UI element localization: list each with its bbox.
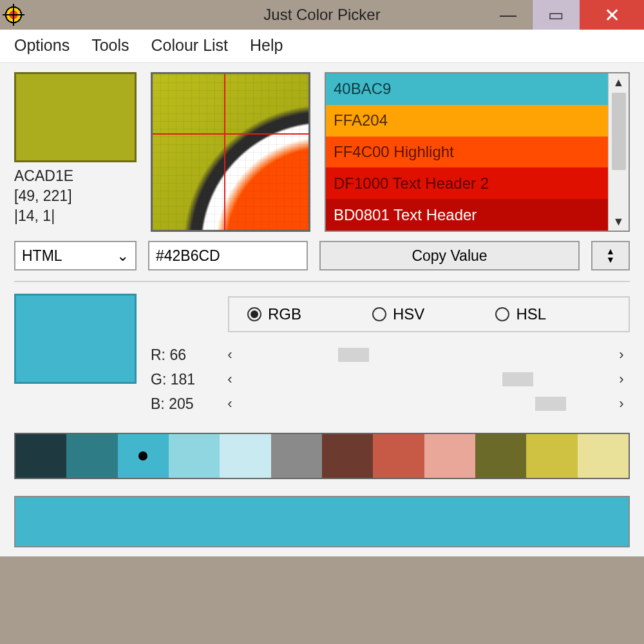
- color-list-entries[interactable]: 40BAC9FFA204FF4C00 HighlightDF1000 Text …: [326, 73, 608, 231]
- window-title: Just Color Picker: [263, 6, 380, 24]
- minimize-icon: —: [500, 5, 516, 25]
- value-text: #42B6CD: [156, 247, 220, 265]
- scroll-thumb[interactable]: [612, 93, 626, 170]
- copy-label: Copy Value: [412, 247, 487, 265]
- radio-rgb[interactable]: RGB: [247, 305, 301, 323]
- palette-cell[interactable]: [15, 434, 66, 478]
- swatch-hex: ACAD1E: [14, 166, 137, 186]
- format-selected: HTML: [22, 247, 62, 265]
- scrollbar[interactable]: ▲ ▼: [608, 73, 629, 231]
- palette-cell[interactable]: [475, 434, 526, 478]
- spin-down-icon: ▼: [606, 256, 615, 264]
- menu-help[interactable]: Help: [250, 36, 283, 55]
- picked-swatch: [14, 72, 137, 162]
- swatch-column: ACAD1E [49, 221] |14, 1|: [14, 72, 137, 232]
- spin-button[interactable]: ▲ ▼: [591, 241, 630, 270]
- swatch-offset: |14, 1|: [14, 206, 137, 226]
- color-list: 40BAC9FFA204FF4C00 HighlightDF1000 Text …: [325, 72, 630, 232]
- palette-cell[interactable]: [526, 434, 577, 478]
- radio-hsv[interactable]: HSV: [372, 305, 424, 323]
- arrow-right-icon[interactable]: ›: [613, 371, 630, 388]
- color-list-item[interactable]: FFA204: [326, 105, 608, 137]
- maximize-button[interactable]: ▭: [532, 0, 580, 30]
- radio-dot-icon: [247, 307, 261, 321]
- swatch-meta: ACAD1E [49, 221] |14, 1|: [14, 166, 137, 226]
- value-input[interactable]: #42B6CD: [148, 241, 308, 270]
- menu-colourlist[interactable]: Colour List: [151, 36, 229, 55]
- current-swatch: [14, 294, 137, 384]
- pixel-grid: [153, 74, 308, 230]
- titlebar: Just Color Picker — ▭ ✕: [0, 0, 644, 30]
- palette-cell[interactable]: [424, 434, 475, 478]
- separator: [14, 281, 630, 282]
- menu-tools[interactable]: Tools: [91, 36, 129, 55]
- channel-row-b: B: 205 ‹ ›: [151, 394, 630, 413]
- menu-options[interactable]: Options: [14, 36, 70, 55]
- radio-rgb-label: RGB: [268, 305, 301, 323]
- gradient-bar: [14, 496, 630, 547]
- copy-value-button[interactable]: Copy Value: [319, 241, 580, 270]
- format-combobox[interactable]: HTML ⌄: [14, 241, 137, 270]
- arrow-right-icon[interactable]: ›: [613, 395, 630, 412]
- close-icon: ✕: [604, 4, 620, 26]
- radio-dot-icon: [372, 307, 386, 321]
- color-list-item[interactable]: 40BAC9: [326, 73, 608, 105]
- palette-row: [14, 433, 630, 479]
- minimize-button[interactable]: —: [484, 0, 532, 30]
- radio-hsl-label: HSL: [516, 305, 546, 323]
- window-buttons: — ▭ ✕: [484, 0, 644, 30]
- palette-cell[interactable]: [322, 434, 373, 478]
- slider-g[interactable]: [243, 370, 608, 389]
- palette-cell[interactable]: [66, 434, 117, 478]
- editor-row: RGB HSV HSL R: 66 ‹ › G: 181 ‹: [14, 294, 630, 419]
- swatch-coords: [49, 221]: [14, 186, 137, 206]
- slider-b[interactable]: [243, 394, 608, 413]
- chevron-down-icon: ⌄: [117, 247, 129, 265]
- crosshair-vertical: [224, 74, 225, 230]
- body: ACAD1E [49, 221] |14, 1| 40BAC9FFA204FF4…: [0, 63, 644, 556]
- palette-cell[interactable]: [169, 434, 220, 478]
- app-icon: [4, 5, 23, 24]
- value-row: HTML ⌄ #42B6CD Copy Value ▲ ▼: [14, 241, 630, 270]
- arrow-left-icon[interactable]: ‹: [222, 395, 238, 412]
- color-list-item[interactable]: BD0801 Text Header: [326, 199, 608, 231]
- channel-row-r: R: 66 ‹ ›: [151, 345, 630, 365]
- slider-thumb[interactable]: [535, 397, 566, 411]
- palette-cell[interactable]: [373, 434, 424, 478]
- menubar: Options Tools Colour List Help: [0, 30, 644, 63]
- maximize-icon: ▭: [548, 5, 564, 25]
- palette-cell[interactable]: [220, 434, 270, 478]
- slider-thumb[interactable]: [338, 348, 369, 362]
- scroll-down-icon[interactable]: ▼: [609, 213, 629, 231]
- slider-r[interactable]: [243, 345, 608, 365]
- palette-cell[interactable]: [578, 434, 629, 478]
- arrow-left-icon[interactable]: ‹: [222, 371, 238, 388]
- color-list-item[interactable]: FF4C00 Highlight: [326, 137, 608, 168]
- mode-radiogroup: RGB HSV HSL: [228, 296, 630, 332]
- channel-row-g: G: 181 ‹ ›: [151, 370, 630, 389]
- radio-hsl[interactable]: HSL: [495, 305, 546, 323]
- radio-dot-icon: [495, 307, 509, 321]
- channel-column: RGB HSV HSL R: 66 ‹ › G: 181 ‹: [151, 294, 630, 419]
- color-list-item[interactable]: DF1000 Text Header 2: [326, 167, 608, 199]
- radio-hsv-label: HSV: [393, 305, 424, 323]
- arrow-right-icon[interactable]: ›: [613, 346, 630, 363]
- crosshair-horizontal: [153, 133, 308, 135]
- top-row: ACAD1E [49, 221] |14, 1| 40BAC9FFA204FF4…: [14, 72, 630, 232]
- magnifier: [151, 72, 310, 232]
- scroll-up-icon[interactable]: ▲: [609, 73, 629, 91]
- channel-g-label: G: 181: [151, 371, 222, 388]
- palette-cell[interactable]: [118, 434, 169, 478]
- channel-r-label: R: 66: [151, 346, 222, 364]
- slider-thumb[interactable]: [502, 372, 533, 386]
- close-button[interactable]: ✕: [580, 0, 644, 30]
- arrow-left-icon[interactable]: ‹: [222, 346, 238, 363]
- channel-b-label: B: 205: [151, 395, 222, 413]
- palette-cell[interactable]: [271, 434, 322, 478]
